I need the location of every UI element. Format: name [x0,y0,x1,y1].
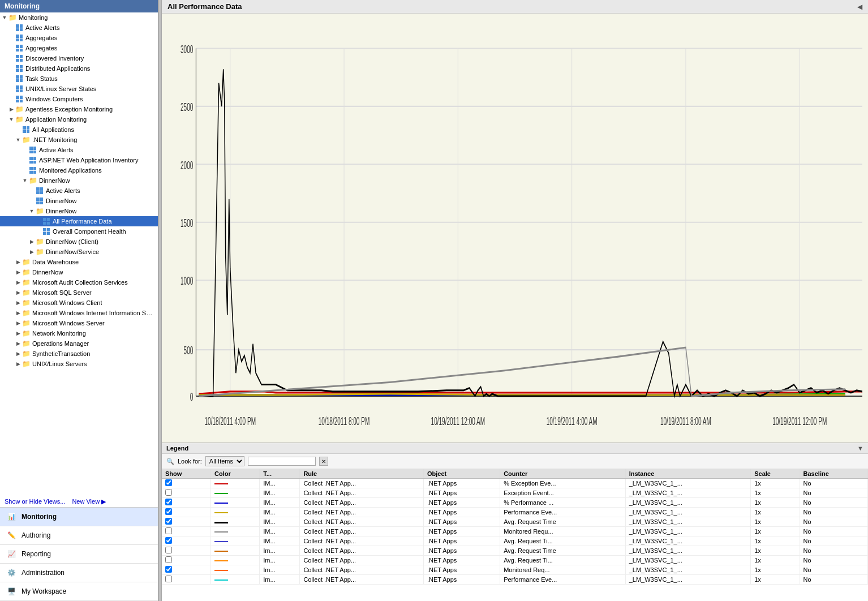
cell-rule: Collect .NET App... [300,556,424,565]
sidebar-item-distributed-apps[interactable]: Distributed Applications [0,63,158,74]
sidebar-item-ms-win-client[interactable]: ▶📁Microsoft Windows Client [0,298,158,308]
collapse-button[interactable]: ◀ [857,3,862,11]
tree-expander[interactable]: ▼ [1,15,8,20]
sidebar-item-ops-manager[interactable]: ▶📁Operations Manager [0,338,158,349]
nav-item-reporting[interactable]: 📈Reporting [0,545,158,564]
nav-item-label: Authoring [22,531,50,539]
tree-expander[interactable]: ▶ [15,300,22,306]
nav-item-my-workspace[interactable]: 🖥️My Workspace [0,582,158,601]
sidebar-item-active-alerts-net[interactable]: Active Alerts [0,145,158,155]
cell-type: Im... [260,546,300,556]
cell-counter: Exception Event... [500,488,626,498]
legend-toggle[interactable]: ▼ [857,445,863,452]
sidebar-item-dinnernow-client[interactable]: ▶📁DinnerNow (Client) [0,237,158,247]
show-checkbox[interactable] [165,566,172,573]
tree-expander[interactable]: ▼ [15,137,22,143]
show-checkbox[interactable] [165,576,172,582]
tree-expander[interactable]: ▶ [15,330,22,336]
sidebar-item-dinnernow-2[interactable]: ▼📁DinnerNow [0,206,158,216]
cell-rule: Collect .NET App... [300,498,424,508]
sidebar-item-ms-audit[interactable]: ▶📁Microsoft Audit Collection Services [0,277,158,287]
sidebar-item-aggregates-2[interactable]: Aggregates [0,43,158,53]
sidebar-item-dinnernow-alerts[interactable]: Active Alerts [0,186,158,196]
sidebar-item-dinnernow-item[interactable]: DinnerNow [0,196,158,206]
sidebar-item-monitored-apps[interactable]: Monitored Applications [0,165,158,175]
show-checkbox[interactable] [165,489,172,496]
tree-expander[interactable]: ▶ [15,361,22,367]
tree-expander[interactable]: ▶ [28,249,35,255]
svg-text:10/19/2011 4:00 AM: 10/19/2011 4:00 AM [547,414,598,427]
sidebar-item-task-status[interactable]: Task Status [0,74,158,84]
clear-search-button[interactable]: ✕ [319,457,328,466]
show-checkbox[interactable] [165,556,172,563]
nav-item-monitoring[interactable]: 📊Monitoring [0,508,158,526]
show-checkbox[interactable] [165,479,172,486]
sidebar-item-dinnernow-service[interactable]: ▶📁DinnerNow/Service [0,247,158,257]
cell-baseline: No [800,517,867,527]
tree-expander[interactable]: ▶ [15,290,22,295]
col-show: Show [162,469,211,479]
cell-counter: Avg. Request Time [500,517,626,527]
sidebar-item-synthetic-tx[interactable]: ▶📁SyntheticTransaction [0,349,158,359]
show-checkbox[interactable] [165,508,172,515]
sidebar-item-network-mon[interactable]: ▶📁Network Monitoring [0,328,158,338]
tree-expander[interactable]: ▼ [22,178,28,183]
cell-type: IM... [260,536,300,546]
cell-type: Im... [260,575,300,585]
nav-item-administration[interactable]: ⚙️Administration [0,564,158,582]
show-hide-views[interactable]: Show or Hide Views... [5,498,65,505]
folder-expand-icon: 📁 [22,360,31,368]
grid-icon [15,54,24,62]
sidebar-item-all-applications[interactable]: All Applications [0,125,158,135]
tree-expander[interactable]: ▶ [8,106,15,112]
sidebar-item-aggregates-1[interactable]: Aggregates [0,33,158,43]
sidebar-item-monitoring-root[interactable]: ▼📁Monitoring [0,12,158,23]
sidebar-item-unix-linux[interactable]: UNIX/Linux Server States [0,84,158,94]
cell-baseline: No [800,527,867,536]
sidebar-item-unix-linux-2[interactable]: ▶📁UNIX/Linux Servers [0,359,158,369]
tree-expander[interactable]: ▶ [15,351,22,357]
sidebar-item-asp-inventory[interactable]: ASP.NET Web Application Inventory [0,155,158,165]
col-counter: Counter [500,469,626,479]
main-title-text: All Performance Data [167,2,242,11]
grid-icon [42,217,51,225]
sidebar-item-dinnernow-1[interactable]: ▼📁DinnerNow [0,175,158,186]
show-checkbox[interactable] [165,499,172,505]
svg-text:10/19/2011 12:00 AM: 10/19/2011 12:00 AM [431,414,485,427]
tree-expander[interactable]: ▶ [15,320,22,326]
sidebar-item-agentless[interactable]: ▶📁Agentless Exception Monitoring [0,104,158,114]
new-view[interactable]: New View ▶ [72,498,106,505]
sidebar-item-net-monitoring[interactable]: ▼📁.NET Monitoring [0,135,158,145]
tree-expander[interactable]: ▶ [15,341,22,346]
cell-rule: Collect .NET App... [300,508,424,517]
col-rule: Rule [300,469,424,479]
tree-expander[interactable]: ▼ [28,208,35,214]
look-for-select[interactable]: All Items [205,456,244,466]
sidebar-item-data-warehouse[interactable]: ▶📁Data Warehouse [0,257,158,267]
tree-expander[interactable]: ▶ [15,269,22,275]
sidebar-item-discovered-inventory[interactable]: Discovered Inventory [0,53,158,63]
sidebar-item-all-perf-data[interactable]: All Performance Data [0,216,158,226]
tree-expander[interactable]: ▶ [15,259,22,265]
sidebar-item-overall-health[interactable]: Overall Component Health [0,226,158,237]
sidebar-item-ms-win-server[interactable]: ▶📁Microsoft Windows Server [0,318,158,328]
nav-item-authoring[interactable]: ✏️Authoring [0,526,158,545]
sidebar-item-app-monitoring[interactable]: ▼📁Application Monitoring [0,114,158,125]
tree-expander[interactable]: ▶ [28,239,35,244]
cell-object: .NET Apps [423,488,500,498]
sidebar-item-active-alerts-1[interactable]: Active Alerts [0,23,158,33]
sidebar-item-dinnernow-3[interactable]: ▶📁DinnerNow [0,267,158,277]
show-checkbox[interactable] [165,537,172,544]
sidebar-item-ms-sql[interactable]: ▶📁Microsoft SQL Server [0,287,158,298]
sidebar-item-ms-win-iis[interactable]: ▶📁Microsoft Windows Internet Information… [0,308,158,318]
folder-expand-icon: 📁 [22,299,31,307]
tree-expander[interactable]: ▼ [8,117,15,122]
show-checkbox[interactable] [165,527,172,534]
show-checkbox[interactable] [165,518,172,525]
show-checkbox[interactable] [165,547,172,553]
legend-search-input[interactable] [248,457,316,466]
tree-expander[interactable]: ▶ [15,310,22,316]
svg-rect-0 [162,14,868,443]
sidebar-item-windows-computers[interactable]: Windows Computers [0,94,158,104]
tree-expander[interactable]: ▶ [15,280,22,285]
